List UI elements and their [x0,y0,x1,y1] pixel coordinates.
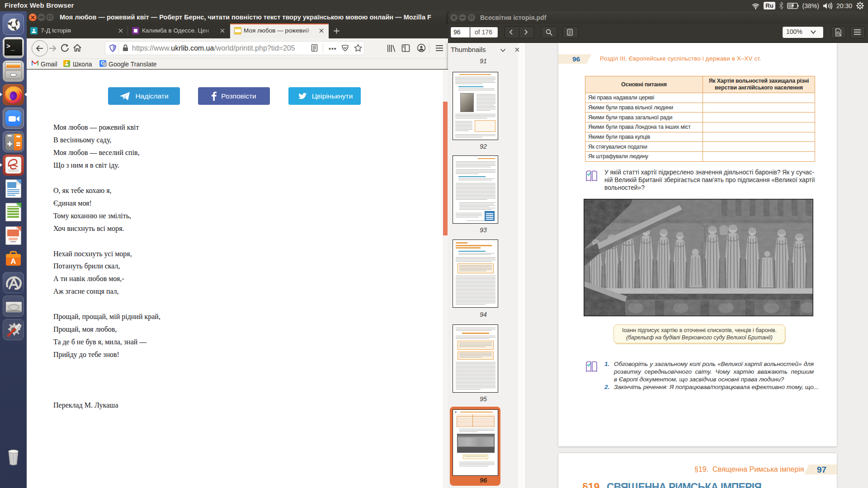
svg-text:A: A [10,257,16,266]
